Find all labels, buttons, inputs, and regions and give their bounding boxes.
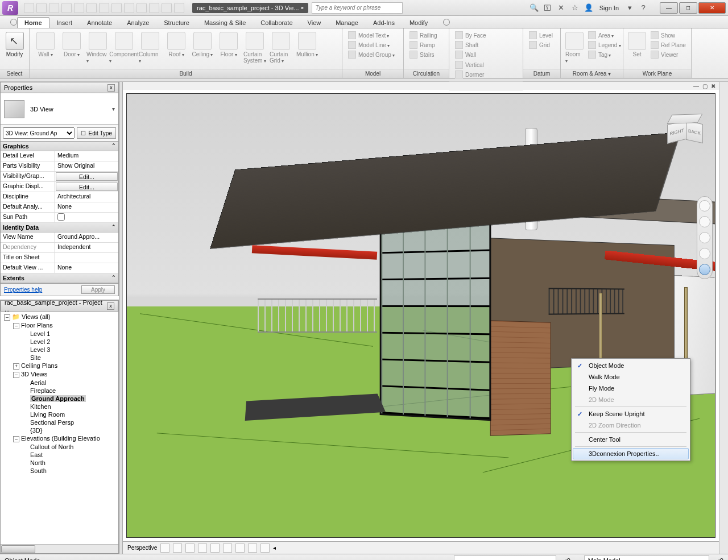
ramp-button[interactable]: Ramp (407, 40, 440, 49)
tree-item[interactable]: North (2, 459, 117, 467)
tab-home[interactable]: Home (17, 17, 49, 28)
vcb-shadows-icon[interactable] (198, 544, 207, 553)
qat-save-icon[interactable] (36, 3, 47, 13)
ceiling-button[interactable]: Ceiling (190, 31, 215, 59)
tree-item[interactable]: Kitchen (2, 403, 117, 410)
qat-measure-icon[interactable] (86, 3, 97, 13)
tree-item[interactable]: Callout of North (2, 443, 117, 451)
3dconnexion-icon[interactable] (699, 264, 710, 275)
by-face-button[interactable]: By Face (453, 31, 489, 40)
window-maximize-button[interactable]: □ (679, 2, 697, 14)
prop-row[interactable]: Parts VisibilityShow Original (1, 161, 118, 172)
browser-close-icon[interactable]: x (107, 302, 114, 310)
tree-item[interactable]: Site (2, 354, 117, 362)
tree-item[interactable]: Level 2 (2, 338, 117, 346)
shaft-button[interactable]: Shaft (453, 40, 489, 49)
menu-walk-mode[interactable]: Walk Mode (573, 371, 689, 383)
set-workplane-button[interactable]: Set (627, 31, 647, 59)
exchange-icon[interactable]: ✕ (556, 3, 566, 13)
properties-close-icon[interactable]: x (107, 84, 115, 92)
menu-object-mode[interactable]: Object Mode (573, 360, 689, 371)
roof-button[interactable]: Roof (164, 31, 189, 59)
qat-tag-icon[interactable] (136, 3, 147, 13)
vcb-model-graphics-icon[interactable] (160, 544, 169, 553)
ribbon-options-icon[interactable] (443, 19, 450, 26)
prop-row[interactable]: DisciplineArchitectural (1, 192, 118, 202)
prop-row[interactable]: Default Analy...None (1, 202, 118, 213)
view-maximize-icon[interactable]: ▢ (702, 83, 708, 89)
tab-structure[interactable]: Structure (156, 17, 197, 28)
subscription-icon[interactable]: ⚿ (543, 3, 553, 13)
qat-align-icon[interactable] (99, 3, 109, 13)
prop-row[interactable]: Visibility/Grap...Edit... (1, 172, 118, 182)
vcb-crop-region-icon[interactable] (235, 544, 245, 553)
curtain-grid-button[interactable]: Curtain Grid (268, 31, 293, 65)
search-input[interactable] (312, 2, 403, 14)
menu-center-tool[interactable]: Center Tool (573, 434, 689, 445)
zoom-icon[interactable] (699, 232, 710, 243)
menu-3dconnexion-properties-[interactable]: 3Dconnexion Properties.. (573, 448, 689, 459)
prop-row[interactable]: Default View ...None (1, 263, 118, 273)
qat-sync-icon[interactable] (149, 3, 159, 13)
model-text-button[interactable]: Model Text (346, 31, 397, 40)
qat-switch-icon[interactable] (162, 3, 172, 13)
properties-header[interactable]: Properties x (0, 82, 119, 93)
tab-analyze[interactable]: Analyze (119, 17, 156, 28)
floor-button[interactable]: Floor (216, 31, 241, 59)
wall-button[interactable]: Wall (453, 50, 489, 59)
window-minimize-button[interactable]: — (660, 2, 678, 14)
tree-item[interactable]: Fireplace (2, 387, 117, 395)
tab-manage[interactable]: Manage (328, 17, 366, 28)
status-editable-only[interactable] (454, 555, 556, 560)
app-menu-icon[interactable]: R (2, 1, 18, 15)
type-selector[interactable]: 3D View ▾ (0, 93, 119, 125)
level-button[interactable]: Level (527, 31, 555, 40)
vcb-temp-hide-icon[interactable] (260, 544, 270, 553)
mullion-button[interactable]: Mullion (295, 31, 320, 59)
tree-item[interactable]: Living Room (2, 410, 117, 418)
tab-collaborate[interactable]: Collaborate (253, 17, 300, 28)
browser-header[interactable]: rac_basic_sample_project - Project ... x (1, 300, 118, 312)
tab-annotate[interactable]: Annotate (80, 17, 119, 28)
properties-help-link[interactable]: Properties help (4, 287, 42, 293)
dormer-button[interactable]: Dormer (453, 70, 486, 79)
tab-addins[interactable]: Add-Ins (366, 17, 402, 28)
legend-button[interactable]: Legend (586, 40, 623, 49)
tab-modify[interactable]: Modify (402, 17, 435, 28)
tree-item[interactable]: –Elevations (Building Elevatio (2, 434, 117, 443)
vcb-visual-style-icon[interactable] (173, 544, 182, 553)
qat-dim-icon[interactable] (124, 3, 134, 13)
tab-view[interactable]: View (300, 17, 329, 28)
prop-row[interactable]: View NameGround Appro... (1, 233, 118, 243)
document-tab[interactable]: rac_basic_sample_project - 3D Vie... (192, 3, 308, 13)
tree-item[interactable]: {3D} (2, 426, 117, 434)
status-workset-field[interactable]: Main Model (584, 555, 709, 560)
3d-viewport[interactable]: RIGHT BACK (126, 93, 715, 538)
infocenter-search-icon[interactable]: 🔍 (529, 3, 539, 13)
ref-plane-button[interactable]: Ref Plane (648, 40, 688, 49)
tree-item[interactable]: –Floor Plans (2, 321, 117, 330)
view-close-icon[interactable]: ✖ (711, 83, 715, 89)
vertical-scrollbar[interactable] (719, 82, 728, 554)
prop-row[interactable]: Detail LevelMedium (1, 151, 118, 161)
model-line-button[interactable]: Model Line (346, 40, 397, 49)
vcb-rendering-icon[interactable] (210, 544, 220, 553)
tree-item[interactable]: +Ceiling Plans (2, 362, 117, 370)
help-icon[interactable]: ? (638, 3, 648, 13)
help-dropdown-icon[interactable]: ▾ (624, 3, 635, 13)
type-dropdown-icon[interactable]: ▾ (112, 106, 115, 112)
tree-item[interactable]: –📁 Views (all) (2, 313, 117, 321)
edit-type-button[interactable]: Edit Type (77, 127, 116, 139)
tree-item[interactable]: Level 1 (2, 330, 117, 338)
project-browser-tree[interactable]: –📁 Views (all)–Floor PlansLevel 1Level 2… (1, 312, 118, 544)
vcb-crop-icon[interactable] (223, 544, 232, 553)
tab-massing-site[interactable]: Massing & Site (197, 17, 253, 28)
window-button[interactable]: Window (85, 31, 110, 65)
pan-icon[interactable] (699, 216, 710, 227)
tree-item[interactable]: Ground Approach (2, 395, 117, 403)
view-cube[interactable]: RIGHT BACK (667, 117, 704, 147)
menu-keep-scene-upright[interactable]: Keep Scene Upright (573, 408, 689, 420)
room-button[interactable]: Room (564, 31, 585, 65)
modify-button[interactable]: Modify (3, 31, 26, 59)
area-button[interactable]: Area (586, 31, 623, 40)
